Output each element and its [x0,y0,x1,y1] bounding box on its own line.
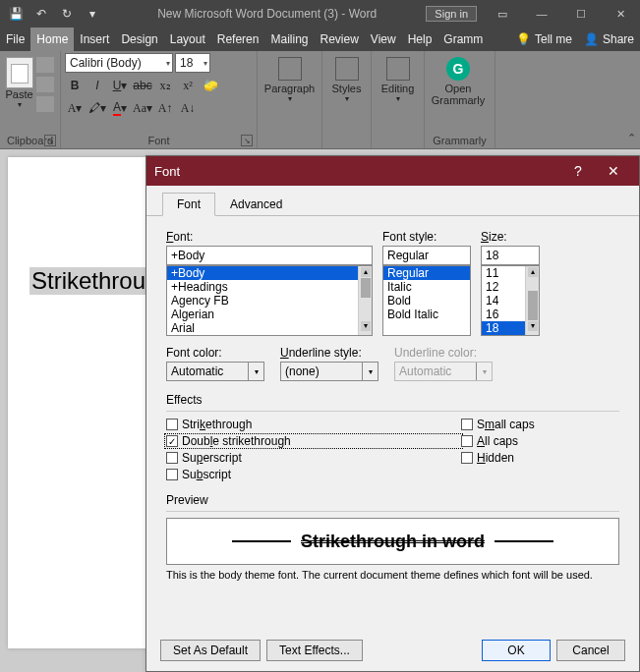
help-icon[interactable]: ? [560,163,596,179]
paragraph-button[interactable]: Paragraph▾ [262,53,318,103]
tab-mailings[interactable]: Mailing [264,28,314,51]
close-icon[interactable]: ✕ [596,163,631,179]
checkbox-all-caps[interactable]: All caps [461,434,535,448]
tab-view[interactable]: View [365,28,402,51]
qat-customize-icon[interactable]: ▾ [81,2,104,26]
redo-icon[interactable]: ↻ [55,2,79,26]
tab-references[interactable]: Referen [211,28,265,51]
scrollbar[interactable]: ▴▾ [525,266,539,335]
cut-icon[interactable] [36,57,54,73]
checkbox-double-strikethrough[interactable]: Double strikethrough [164,433,463,449]
superscript-button[interactable]: x² [178,76,198,95]
dialog-tab-font[interactable]: Font [162,193,215,216]
size-listbox[interactable]: 11 12 14 16 18 ▴▾ [481,265,540,336]
strikethrough-button[interactable]: abc [133,76,152,95]
preview-box: Strikethrough in word [166,518,619,565]
change-case-button[interactable]: Aa▾ [133,98,152,118]
size-input[interactable] [481,246,540,265]
list-item[interactable]: +Body [167,266,372,280]
ok-button[interactable]: OK [482,640,551,661]
tab-review[interactable]: Review [314,28,364,51]
share-icon: 👤 [584,32,599,46]
list-item[interactable]: Bold Italic [383,308,470,321]
list-item[interactable]: Bold [383,294,470,308]
dialog-title-bar[interactable]: Font ? ✕ [146,156,639,186]
list-item[interactable]: Italic [383,280,470,294]
font-launcher-icon[interactable]: ↘ [241,135,253,146]
font-color-combo[interactable]: Automatic▾ [166,362,264,381]
save-icon[interactable]: 💾 [4,2,28,26]
bulb-icon: 💡 [516,32,531,46]
tab-layout[interactable]: Layout [164,28,211,51]
preview-heading: Preview [166,493,619,507]
close-icon[interactable]: ✕ [601,0,640,28]
clipboard-launcher-icon[interactable]: ↘ [44,135,56,146]
effects-heading: Effects [166,393,619,407]
styles-button[interactable]: Styles▾ [326,53,367,103]
open-grammarly-button[interactable]: GOpen Grammarly [429,53,488,106]
checkbox-strikethrough[interactable]: Strikethrough [166,418,461,431]
underline-color-combo: Automatic▾ [394,362,493,381]
tab-design[interactable]: Design [115,28,163,51]
maximize-icon[interactable]: ☐ [561,0,601,28]
paste-button[interactable]: Paste ▾ [4,53,34,109]
scrollbar[interactable]: ▴▾ [358,266,372,335]
format-painter-icon[interactable] [36,96,54,112]
tab-home[interactable]: Home [30,28,74,51]
ribbon-options-icon[interactable]: ▭ [483,0,522,28]
undo-icon[interactable]: ↶ [29,2,53,26]
font-size-combo[interactable]: 18▾ [175,53,210,73]
preview-text: Strikethrough in word [301,532,485,552]
dialog-tab-advanced[interactable]: Advanced [215,193,297,216]
font-listbox[interactable]: +Body +Headings Agency FB Algerian Arial… [166,265,373,336]
shrink-font-button[interactable]: A↓ [178,98,198,118]
copy-icon[interactable] [36,77,54,92]
size-field-label: Size: [481,230,540,244]
list-item[interactable]: Arial [167,321,372,335]
chevron-down-icon: ▾ [166,59,170,68]
collapse-ribbon-icon[interactable]: ⌃ [627,132,636,144]
underline-button[interactable]: U▾ [110,76,130,95]
tab-file[interactable]: File [0,28,30,51]
selected-text[interactable]: Strikethrou [29,267,147,295]
tab-help[interactable]: Help [402,28,438,51]
font-name-combo[interactable]: Calibri (Body)▾ [65,53,173,73]
tab-insert[interactable]: Insert [74,28,115,51]
style-input[interactable] [382,246,471,265]
style-listbox[interactable]: Regular Italic Bold Bold Italic [382,265,471,336]
window-title: New Microsoft Word Document (3) - Word [108,7,426,21]
preview-note: This is the body theme font. The current… [166,569,619,581]
list-item[interactable]: Regular [383,266,470,280]
sign-in-button[interactable]: Sign in [426,6,477,22]
font-color-button[interactable]: A▾ [110,98,130,118]
minimize-icon[interactable]: — [522,0,561,28]
editing-button[interactable]: Editing▾ [376,53,420,103]
checkbox-superscript[interactable]: Superscript [166,451,461,465]
underline-style-combo[interactable]: (none)▾ [280,362,378,381]
list-item[interactable]: Agency FB [167,294,372,308]
dialog-title: Font [154,164,180,179]
checkbox-small-caps[interactable]: Small caps [461,418,535,431]
ribbon: Paste ▾ Clipboard↘ Calibri (Body)▾ 18▾ B… [0,51,640,149]
checkbox-hidden[interactable]: Hidden [461,451,535,465]
italic-button[interactable]: I [87,76,107,95]
text-effects-button[interactable]: Text Effects... [266,640,363,661]
set-default-button[interactable]: Set As Default [160,640,261,661]
tell-me[interactable]: 💡Tell me [510,28,578,51]
font-input[interactable] [166,246,373,265]
paragraph-icon [278,57,302,81]
grow-font-button[interactable]: A↑ [155,98,175,118]
tab-grammarly[interactable]: Gramm [437,28,489,51]
checkbox-subscript[interactable]: Subscript [166,468,461,481]
text-effects-button[interactable]: A▾ [65,98,85,118]
clear-formatting-icon[interactable]: 🧽 [201,76,220,95]
share-button[interactable]: 👤Share [578,28,640,51]
underline-color-label: Underline color: [394,346,493,360]
cancel-button[interactable]: Cancel [556,640,625,661]
list-item[interactable]: Algerian [167,308,372,321]
grammarly-icon: G [446,57,470,81]
bold-button[interactable]: B [65,76,85,95]
list-item[interactable]: +Headings [167,280,372,294]
highlight-button[interactable]: 🖍▾ [87,98,107,118]
subscript-button[interactable]: x₂ [155,76,175,95]
